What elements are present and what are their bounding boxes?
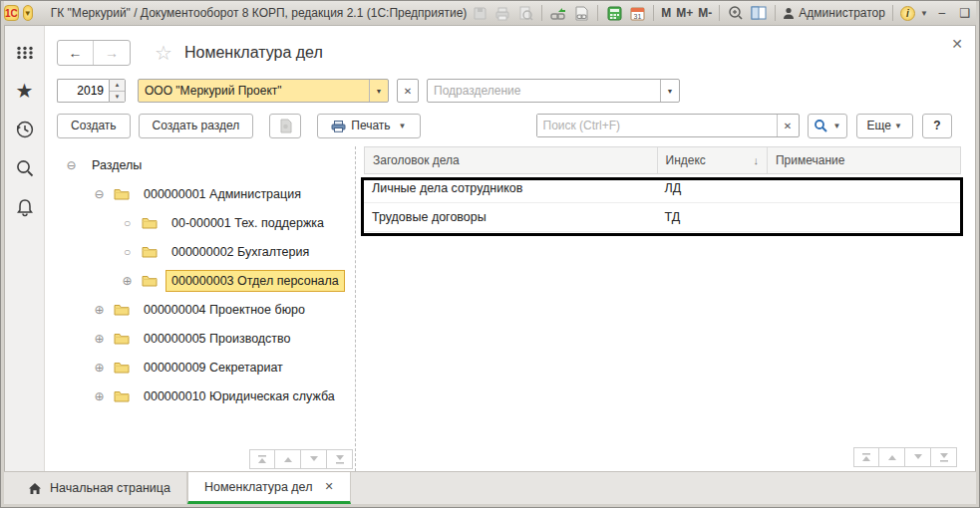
printer-icon bbox=[331, 120, 346, 132]
tree-item[interactable]: ○ 000000002 Бухгалтерия bbox=[57, 237, 355, 266]
divider bbox=[719, 5, 720, 21]
go-next-row-button[interactable] bbox=[905, 447, 931, 467]
tree-item[interactable]: ⊕ 000000003 Отдел персонала bbox=[57, 266, 355, 295]
tree-expander-icon[interactable]: ⊖ bbox=[93, 187, 106, 201]
table-row-nav bbox=[853, 447, 957, 467]
calculator-icon[interactable] bbox=[605, 4, 623, 22]
apps-grid-icon[interactable] bbox=[13, 40, 37, 64]
go-to-link-icon[interactable] bbox=[549, 4, 567, 22]
more-button[interactable]: Еще ▼ bbox=[856, 114, 913, 138]
search-clear-icon[interactable]: ✕ bbox=[777, 115, 799, 136]
print-button[interactable]: Печать ▼ bbox=[317, 114, 420, 138]
window-title: ГК "Меркурий" / Документооборот 8 КОРП, … bbox=[51, 6, 468, 20]
minimize-button[interactable]: – bbox=[933, 6, 951, 20]
tree-root[interactable]: ⊖ Разделы bbox=[57, 150, 355, 179]
spin-up-icon[interactable]: ▲ bbox=[110, 80, 125, 92]
tree-item-label: 00-000001 Тех. поддержка bbox=[165, 212, 330, 234]
tree-collapse-icon[interactable]: ⊖ bbox=[65, 158, 78, 172]
favorites-star-icon[interactable]: ★ bbox=[13, 79, 37, 103]
spin-down-icon[interactable]: ▼ bbox=[110, 92, 125, 103]
column-header-note[interactable]: Примечание bbox=[767, 147, 960, 173]
folder-icon bbox=[142, 245, 158, 258]
notifications-bell-icon[interactable] bbox=[13, 195, 37, 219]
search-icon bbox=[814, 119, 827, 132]
print-preview-icon[interactable] bbox=[516, 4, 534, 22]
chevron-down-icon[interactable]: ▼ bbox=[920, 9, 928, 18]
year-spinner[interactable]: ▲ ▼ bbox=[57, 79, 126, 103]
history-clock-icon[interactable] bbox=[13, 118, 37, 141]
column-header-index[interactable]: Индекс ↓ bbox=[657, 147, 767, 173]
organization-clear-button[interactable]: ✕ bbox=[397, 79, 419, 103]
search-input[interactable] bbox=[537, 115, 777, 136]
organization-value: ООО "Меркурий Проект" bbox=[139, 80, 369, 102]
tree-expander-icon[interactable]: ○ bbox=[121, 245, 134, 259]
chevron-down-icon[interactable]: ▼ bbox=[660, 80, 679, 102]
folder-icon bbox=[114, 303, 130, 316]
get-link-icon[interactable] bbox=[572, 4, 590, 22]
tree-root-label: Разделы bbox=[86, 154, 148, 176]
chevron-down-icon: ▼ bbox=[833, 122, 841, 130]
year-input[interactable] bbox=[57, 79, 109, 103]
calendar-icon[interactable]: 31 bbox=[628, 4, 646, 22]
tree-expander-icon[interactable]: ⊕ bbox=[93, 361, 106, 375]
department-combo[interactable]: Подразделение ▼ bbox=[427, 79, 680, 103]
tab-close-icon[interactable]: ✕ bbox=[324, 480, 333, 493]
create-button[interactable]: Создать bbox=[57, 114, 131, 138]
page-title: Номенклатура дел bbox=[184, 44, 323, 62]
table-row[interactable]: Личные дела сотрудников ЛД bbox=[364, 174, 961, 203]
go-first-row-button[interactable] bbox=[853, 447, 879, 467]
print-icon[interactable] bbox=[493, 4, 511, 22]
print-label: Печать bbox=[351, 119, 390, 132]
search-icon[interactable] bbox=[13, 156, 37, 180]
go-next-row-button[interactable] bbox=[301, 449, 327, 469]
search-field[interactable]: ✕ bbox=[536, 114, 800, 137]
tree-expander-icon[interactable]: ⊕ bbox=[93, 303, 106, 317]
organization-combo[interactable]: ООО "Меркурий Проект" ▼ bbox=[138, 79, 389, 103]
go-last-row-button[interactable] bbox=[931, 447, 957, 467]
go-prev-row-button[interactable] bbox=[275, 449, 301, 469]
copy-button[interactable] bbox=[269, 114, 301, 138]
window-tab[interactable]: Начальная страница ✕ bbox=[12, 472, 187, 504]
tree-item[interactable]: ⊕ 000000010 Юридическая служба bbox=[57, 381, 355, 410]
tree-item-label: 000000004 Проектное бюро bbox=[138, 299, 311, 321]
save-icon[interactable] bbox=[471, 4, 489, 22]
zoom-icon[interactable] bbox=[727, 4, 745, 22]
scale-increase-button[interactable]: M+ bbox=[676, 6, 693, 20]
tree-item[interactable]: ⊕ 000000009 Секретариат bbox=[57, 353, 355, 381]
split-view-icon[interactable] bbox=[750, 4, 768, 22]
table-row[interactable]: Трудовые договоры ТД bbox=[364, 203, 961, 232]
favorite-toggle-star-icon[interactable]: ☆ bbox=[155, 41, 172, 65]
go-last-row-button[interactable] bbox=[327, 449, 353, 469]
form-close-icon[interactable]: ✕ bbox=[951, 36, 963, 52]
current-user[interactable]: Администратор bbox=[783, 6, 885, 20]
main-menu-button[interactable]: ▼ bbox=[23, 5, 33, 21]
user-icon bbox=[783, 7, 795, 20]
column-header-title[interactable]: Заголовок дела bbox=[365, 147, 657, 173]
tree-item[interactable]: ⊖ 000000001 Администрация bbox=[57, 179, 355, 208]
scale-decrease-button[interactable]: M- bbox=[698, 6, 712, 20]
create-section-button[interactable]: Создать раздел bbox=[139, 114, 254, 138]
open-windows-tabbar: Начальная страница ✕ Номенклатура дел ✕ bbox=[4, 471, 976, 504]
scale-normal-button[interactable]: M bbox=[661, 6, 671, 20]
forward-button[interactable]: → bbox=[94, 41, 130, 65]
search-options-button[interactable]: ▼ bbox=[808, 114, 847, 138]
help-button[interactable]: ? bbox=[922, 114, 952, 138]
tree-expander-icon[interactable]: ○ bbox=[121, 216, 134, 230]
tree-item[interactable]: ⊕ 000000005 Производство bbox=[57, 324, 355, 353]
tree-item-label: 000000010 Юридическая служба bbox=[138, 385, 341, 407]
tree-expander-icon[interactable]: ⊕ bbox=[93, 332, 106, 346]
svg-text:31: 31 bbox=[633, 12, 641, 19]
divider bbox=[653, 5, 654, 21]
tree-item[interactable]: ⊕ 000000004 Проектное бюро bbox=[57, 295, 355, 324]
info-icon[interactable]: i bbox=[900, 6, 915, 21]
chevron-down-icon[interactable]: ▼ bbox=[369, 80, 388, 102]
back-button[interactable]: ← bbox=[58, 41, 94, 65]
tree-item[interactable]: ○ 00-000001 Тех. поддержка bbox=[57, 208, 355, 237]
tree-expander-icon[interactable]: ⊕ bbox=[121, 274, 134, 288]
tree-expander-icon[interactable]: ⊕ bbox=[93, 389, 106, 403]
go-prev-row-button[interactable] bbox=[879, 447, 905, 467]
window-tab[interactable]: Номенклатура дел ✕ bbox=[187, 472, 351, 504]
folder-icon bbox=[114, 389, 130, 402]
go-first-row-button[interactable] bbox=[249, 449, 275, 469]
maximize-button[interactable]: ❑ bbox=[956, 6, 974, 20]
